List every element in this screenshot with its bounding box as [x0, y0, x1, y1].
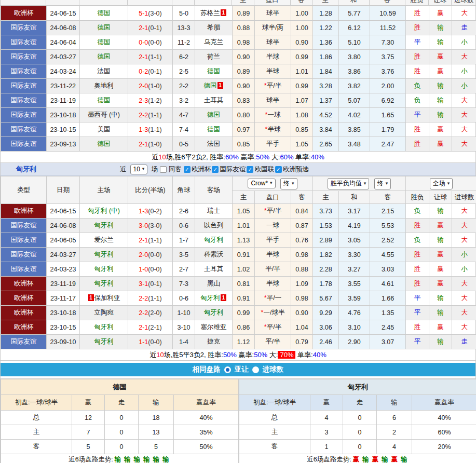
row-label: 主	[239, 425, 310, 440]
handicap-away-odds: 1.08	[291, 108, 313, 122]
team-cell: 法国	[80, 64, 128, 79]
match-row: 欧洲杯24-06-15德国5-1(3-0)5-0苏格兰10.89球半1.001.…	[1, 6, 476, 21]
team-name: 美国	[98, 126, 111, 133]
sub-header-cell: 盘口	[255, 191, 291, 204]
score-cell: 0-0(0-0)	[128, 35, 173, 50]
handicap-result-cell: 赢	[429, 6, 452, 21]
fulltime-score: 2-1	[139, 237, 148, 244]
score-cell: 3-0(3-0)	[128, 219, 173, 233]
score-cell: 2-1(1-1)	[128, 233, 173, 248]
goals-result-cell: 小	[452, 262, 476, 277]
sub-header-cell: 胜负	[406, 191, 429, 204]
row-value: 50%	[174, 440, 239, 454]
chevron-down-icon: ▾	[386, 181, 388, 186]
goals-result-cell: 小	[452, 64, 476, 79]
row-label: 总	[239, 411, 310, 425]
goals-result-cell: 走	[452, 21, 476, 35]
match-row: 国际友谊24-03-23匈牙利1-0(0-0)2-7土耳其1.02平/半0.88…	[1, 262, 476, 277]
league-checkbox[interactable]	[212, 166, 219, 173]
league-checkbox[interactable]	[184, 166, 191, 173]
odds-final-select[interactable]: 终▾	[374, 178, 391, 189]
league-checkbox-label[interactable]: 欧洲杯	[192, 165, 211, 174]
fulltime-score: 2-2	[139, 295, 148, 302]
team-name: 墨西哥 (中)	[88, 111, 120, 118]
row-value: 13	[139, 425, 174, 440]
handicap-result-cell: 输	[429, 35, 452, 50]
result-cell: 胜	[406, 277, 429, 291]
summary-segment: 场,胜5平3负2, 胜率:	[164, 351, 223, 359]
halftime-score: (2-1)	[148, 324, 161, 331]
panel-data-row: 主701335%	[1, 425, 239, 440]
clipped-header-cell: 和	[338, 0, 370, 6]
result-cell: 胜	[406, 50, 429, 64]
league-checkbox-label[interactable]: 欧洲预选	[283, 165, 309, 174]
team-cell: 德国	[195, 64, 233, 79]
full-match-select[interactable]: 全场▾	[430, 178, 453, 189]
euro-away-odds: 1.79	[370, 122, 406, 137]
result-cell: 胜	[406, 6, 429, 21]
panel-header-cell: 赢	[72, 395, 105, 411]
panel-title-row: 德国	[1, 379, 239, 395]
league-cell: 欧洲杯	[1, 6, 47, 21]
handicap-away-odds: 0.85	[291, 122, 313, 137]
handicap-home-odds: 0.86	[233, 320, 255, 335]
team-cell: 匈牙利 (中)	[80, 204, 128, 219]
league-checkbox-label[interactable]: 国际友谊	[220, 165, 246, 174]
recent-count-select[interactable]: 10▾	[130, 165, 148, 174]
handicap-home-odds: 0.88	[233, 21, 255, 35]
halftime-score: (1-1)	[148, 237, 161, 244]
result-cell: 胜	[406, 137, 429, 152]
league-checkbox-label[interactable]: 欧国联	[254, 165, 274, 174]
row-value: 3	[310, 425, 343, 440]
euro-away-odds: 11.52	[370, 21, 406, 35]
goals-result-cell: 小	[452, 35, 476, 50]
result-cell: 胜	[406, 122, 429, 137]
team-cell: 匈牙利	[80, 335, 128, 349]
asian-handicap-radio[interactable]	[224, 366, 231, 373]
halftime-score: (0-0)	[148, 338, 161, 346]
panel-data-row: 总40640%	[239, 411, 476, 425]
team-cell: 黑山	[195, 277, 233, 291]
euro-draw-odds: 3.85	[339, 122, 370, 137]
team-name: 德国	[98, 24, 111, 31]
avg-odds-select[interactable]: 胜平负均值▾	[328, 178, 370, 189]
euro-home-odds: 2.46	[313, 335, 339, 349]
chevron-down-icon: ▾	[292, 181, 294, 186]
euro-draw-odds: 4.02	[339, 108, 370, 122]
handicap-line: 球半	[255, 35, 291, 50]
same-away-checkbox[interactable]	[160, 166, 167, 173]
summary-segment: 大:	[269, 153, 280, 161]
score-cell: 2-2(2-0)	[128, 306, 173, 320]
date-cell: 24-03-27	[47, 248, 80, 262]
handicap-line: *平/半	[255, 79, 291, 93]
summary-segment: 50%	[223, 351, 237, 359]
handicap-result-cell: 输	[429, 79, 452, 93]
fulltime-score: 2-2	[139, 309, 148, 317]
team-name: 德国	[98, 140, 111, 147]
team-name: 德国	[98, 97, 111, 104]
team-cell: 德国	[80, 137, 128, 152]
handicap-home-odds: 0.85	[233, 137, 255, 152]
handicap-away-odds: 0.99	[291, 79, 313, 93]
league-cell: 欧洲杯	[1, 306, 47, 320]
col-date: 日期	[47, 176, 80, 204]
euro-away-odds: 2.52	[370, 233, 406, 248]
bookmaker-select[interactable]: Crow*▾	[248, 179, 275, 188]
euro-home-odds: 5.67	[313, 291, 339, 306]
germany-summary: 近10场,胜6平2负2, 胜率:60% 赢率:50% 大:60% 单率:40%	[1, 152, 475, 163]
league-checkbox[interactable]	[247, 166, 253, 173]
handicap-away-odds: 0.99	[291, 50, 313, 64]
asian-handicap-label[interactable]: 亚让	[235, 365, 249, 374]
match-row: 国际友谊23-09-13德国2-1(1-0)0-5法国0.85平手1.052.6…	[1, 137, 476, 152]
league-cell: 国际友谊	[1, 335, 47, 349]
goals-label[interactable]: 进球数	[263, 365, 284, 374]
trend-item: 输	[115, 456, 121, 463]
same-trend-label: 相同盘路	[193, 365, 221, 374]
goals-radio[interactable]	[252, 366, 259, 373]
handicap-final-select[interactable]: 终▾	[280, 178, 297, 189]
league-cell: 国际友谊	[1, 248, 47, 262]
league-checkbox[interactable]	[275, 166, 282, 173]
handicap-result-cell: 赢	[429, 219, 452, 233]
team-name: 爱尔兰	[94, 236, 114, 243]
trend-item: 赢	[353, 456, 360, 463]
